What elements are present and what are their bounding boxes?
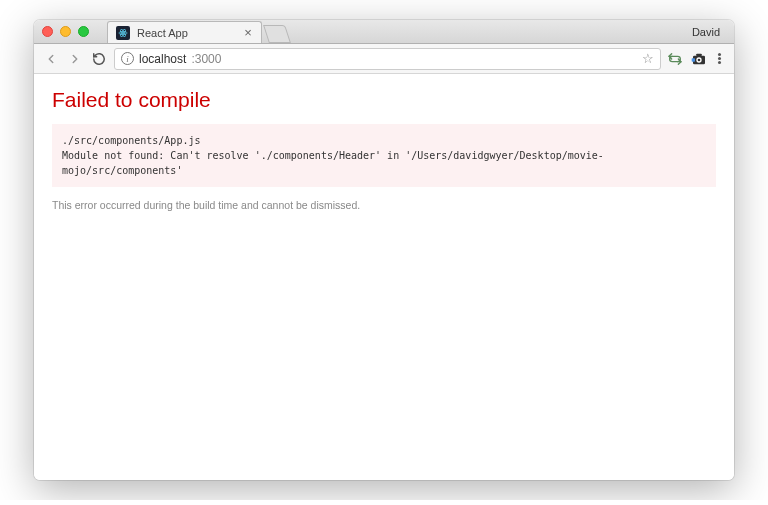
page-content: Failed to compile ./src/components/App.j…	[34, 74, 734, 480]
tab-strip: React App ×	[107, 20, 686, 43]
error-message: Module not found: Can't resolve './compo…	[62, 150, 604, 176]
tab-title: React App	[137, 27, 236, 39]
titlebar: React App × David	[34, 20, 734, 44]
browser-tab[interactable]: React App ×	[107, 21, 262, 43]
extension-camera-icon[interactable]	[691, 51, 707, 67]
close-window-button[interactable]	[42, 26, 53, 37]
back-button[interactable]	[42, 50, 60, 68]
window-controls	[42, 26, 89, 37]
svg-point-0	[122, 32, 124, 34]
error-details: ./src/components/App.js Module not found…	[52, 124, 716, 187]
url-port: :3000	[191, 52, 221, 66]
forward-button[interactable]	[66, 50, 84, 68]
svg-rect-7	[696, 53, 701, 56]
toolbar: i localhost:3000 ☆	[34, 44, 734, 74]
svg-rect-8	[692, 58, 695, 61]
react-favicon-icon	[116, 26, 130, 40]
error-file: ./src/components/App.js	[62, 135, 200, 146]
site-info-icon[interactable]: i	[121, 52, 134, 65]
error-heading: Failed to compile	[52, 88, 716, 112]
browser-menu-button[interactable]	[715, 53, 724, 64]
minimize-window-button[interactable]	[60, 26, 71, 37]
profile-label[interactable]: David	[686, 26, 726, 38]
reload-button[interactable]	[90, 50, 108, 68]
toolbar-actions	[667, 51, 726, 67]
new-tab-button[interactable]	[263, 25, 291, 43]
browser-window: React App × David i localhost:3000 ☆	[34, 20, 734, 480]
bookmark-star-icon[interactable]: ☆	[642, 51, 654, 66]
extension-recycle-icon[interactable]	[667, 51, 683, 67]
tab-close-button[interactable]: ×	[243, 28, 253, 38]
url-host: localhost	[139, 52, 186, 66]
address-bar[interactable]: i localhost:3000 ☆	[114, 48, 661, 70]
error-note: This error occurred during the build tim…	[52, 199, 716, 211]
svg-point-6	[698, 58, 701, 61]
maximize-window-button[interactable]	[78, 26, 89, 37]
